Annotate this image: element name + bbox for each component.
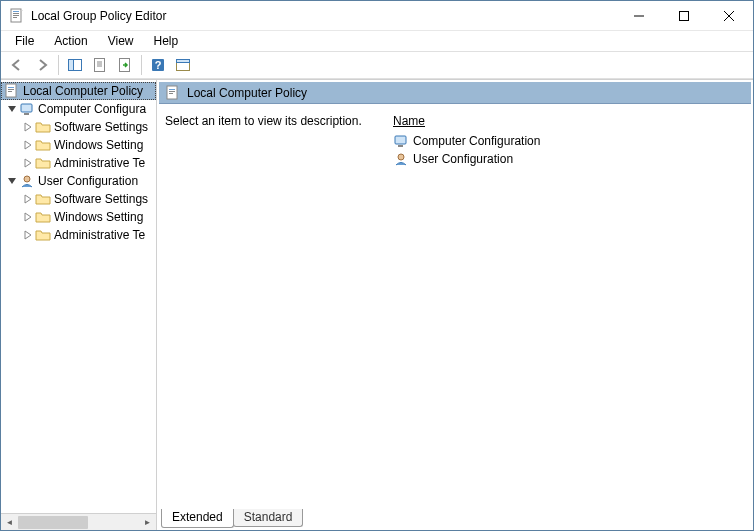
- app-icon: [9, 8, 25, 24]
- list-item-computer-config[interactable]: Computer Configuration: [393, 132, 745, 150]
- svg-rect-29: [169, 91, 175, 92]
- tree-pane: Local Computer Policy Computer Configura: [1, 80, 157, 530]
- scroll-left-button[interactable]: ◄: [1, 514, 18, 531]
- list-item-label: User Configuration: [413, 152, 513, 166]
- list-column: Name Computer Configuration User Configu…: [393, 114, 745, 498]
- tree-user-config-label: User Configuration: [38, 174, 138, 188]
- toolbar-separator: [141, 55, 142, 75]
- content-body: Select an item to view its description. …: [157, 104, 753, 508]
- chevron-right-icon[interactable]: [21, 138, 35, 152]
- window-controls: [616, 1, 751, 30]
- tree-user-config[interactable]: User Configuration: [1, 172, 156, 190]
- description-column: Select an item to view its description.: [165, 114, 365, 498]
- show-hide-tree-button[interactable]: [63, 53, 87, 77]
- main-split: Local Computer Policy Computer Configura: [1, 79, 753, 530]
- back-button[interactable]: [5, 53, 29, 77]
- list-item-user-config[interactable]: User Configuration: [393, 150, 745, 168]
- tree-admin-templates[interactable]: Administrative Te: [1, 154, 156, 172]
- svg-rect-19: [177, 60, 190, 63]
- svg-rect-30: [169, 93, 173, 94]
- tree[interactable]: Local Computer Policy Computer Configura: [1, 80, 156, 513]
- svg-rect-27: [167, 86, 177, 99]
- tab-extended[interactable]: Extended: [161, 509, 234, 528]
- tree-windows-label: Windows Setting: [54, 138, 143, 152]
- menu-help[interactable]: Help: [146, 32, 187, 50]
- window-title: Local Group Policy Editor: [31, 9, 616, 23]
- svg-text:?: ?: [155, 59, 162, 71]
- policy-icon: [165, 85, 181, 101]
- svg-rect-31: [395, 136, 406, 144]
- svg-rect-20: [6, 84, 16, 97]
- svg-rect-21: [8, 87, 14, 88]
- tree-root[interactable]: Local Computer Policy: [1, 82, 156, 100]
- tree-software-label: Software Settings: [54, 120, 148, 134]
- tree-user-software-settings[interactable]: Software Settings: [1, 190, 156, 208]
- properties-button[interactable]: [88, 53, 112, 77]
- svg-point-26: [24, 176, 30, 182]
- menu-action[interactable]: Action: [46, 32, 95, 50]
- tree-computer-config[interactable]: Computer Configura: [1, 100, 156, 118]
- list-item-label: Computer Configuration: [413, 134, 540, 148]
- description-text: Select an item to view its description.: [165, 114, 362, 128]
- chevron-right-icon[interactable]: [21, 228, 35, 242]
- tree-user-admin-templates[interactable]: Administrative Te: [1, 226, 156, 244]
- content-header-title: Local Computer Policy: [187, 86, 307, 100]
- tree-horizontal-scrollbar[interactable]: ◄ ►: [1, 513, 156, 530]
- user-icon: [19, 173, 35, 189]
- menu-view[interactable]: View: [100, 32, 142, 50]
- folder-icon: [35, 119, 51, 135]
- computer-icon: [19, 101, 35, 117]
- chevron-right-icon[interactable]: [21, 192, 35, 206]
- svg-rect-6: [679, 11, 688, 20]
- svg-rect-1: [13, 11, 19, 12]
- chevron-down-icon[interactable]: [5, 174, 19, 188]
- toolbar-separator: [58, 55, 59, 75]
- svg-rect-22: [8, 89, 14, 90]
- tree-user-software-label: Software Settings: [54, 192, 148, 206]
- folder-icon: [35, 155, 51, 171]
- tree-user-windows-settings[interactable]: Windows Setting: [1, 208, 156, 226]
- computer-icon: [393, 133, 409, 149]
- scroll-right-button[interactable]: ►: [139, 514, 156, 531]
- name-column-header[interactable]: Name: [393, 114, 745, 128]
- scroll-track[interactable]: [18, 514, 139, 531]
- svg-rect-2: [13, 13, 19, 14]
- policy-icon: [4, 83, 20, 99]
- svg-rect-10: [69, 60, 74, 71]
- svg-rect-32: [398, 145, 403, 147]
- menu-file[interactable]: File: [7, 32, 42, 50]
- close-button[interactable]: [706, 1, 751, 30]
- svg-point-33: [398, 154, 404, 160]
- svg-rect-24: [21, 104, 32, 112]
- chevron-right-icon[interactable]: [21, 210, 35, 224]
- svg-rect-28: [169, 89, 175, 90]
- chevron-down-icon[interactable]: [5, 102, 19, 116]
- svg-rect-25: [24, 113, 29, 115]
- folder-icon: [35, 227, 51, 243]
- svg-rect-4: [13, 17, 17, 18]
- filter-button[interactable]: [171, 53, 195, 77]
- export-button[interactable]: [113, 53, 137, 77]
- help-button[interactable]: ?: [146, 53, 170, 77]
- toolbar: ?: [1, 51, 753, 79]
- folder-icon: [35, 191, 51, 207]
- svg-rect-23: [8, 91, 12, 92]
- tree-software-settings[interactable]: Software Settings: [1, 118, 156, 136]
- content-header: Local Computer Policy: [159, 82, 751, 104]
- titlebar: Local Group Policy Editor: [1, 1, 753, 31]
- forward-button[interactable]: [30, 53, 54, 77]
- folder-icon: [35, 209, 51, 225]
- tree-windows-settings[interactable]: Windows Setting: [1, 136, 156, 154]
- maximize-button[interactable]: [661, 1, 706, 30]
- tree-admin-label: Administrative Te: [54, 156, 145, 170]
- tree-user-windows-label: Windows Setting: [54, 210, 143, 224]
- content-pane: Local Computer Policy Select an item to …: [157, 80, 753, 530]
- minimize-button[interactable]: [616, 1, 661, 30]
- user-icon: [393, 151, 409, 167]
- svg-rect-11: [95, 59, 105, 72]
- scroll-thumb[interactable]: [18, 516, 88, 529]
- chevron-right-icon[interactable]: [21, 120, 35, 134]
- tree-computer-config-label: Computer Configura: [38, 102, 146, 116]
- tab-standard[interactable]: Standard: [233, 509, 304, 527]
- chevron-right-icon[interactable]: [21, 156, 35, 170]
